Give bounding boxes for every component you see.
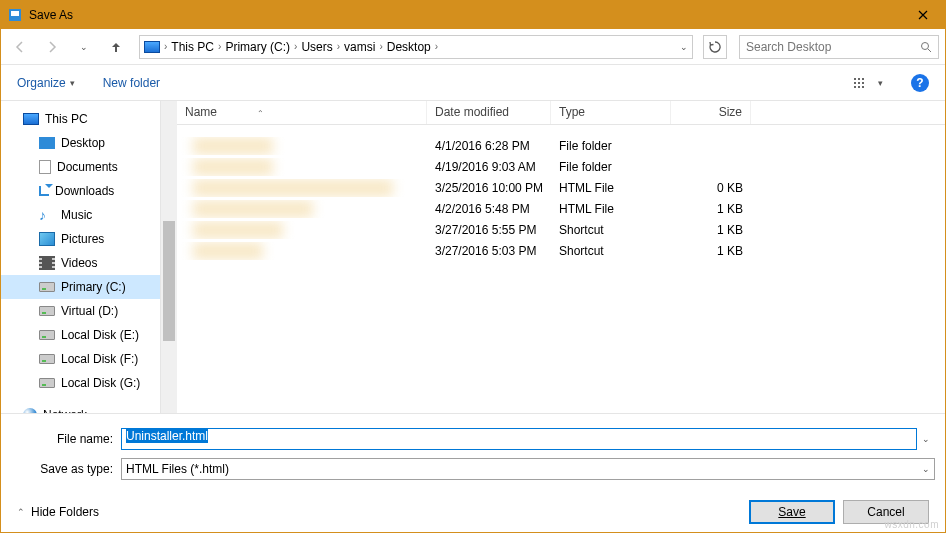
col-date[interactable]: Date modified <box>427 101 551 124</box>
svg-rect-1 <box>11 11 19 16</box>
file-list: Name⌃ Date modified Type Size 4/1/2016 6… <box>177 101 945 413</box>
tree-desktop[interactable]: Desktop <box>1 131 160 155</box>
tree-local-disk-f[interactable]: Local Disk (F:) <box>1 347 160 371</box>
file-row[interactable]: 4/2/2016 5:48 PMHTML File1 KB <box>177 198 945 219</box>
col-size[interactable]: Size <box>671 101 751 124</box>
saveastype-select[interactable]: HTML Files (*.html)⌄ <box>121 458 935 480</box>
filename-label: File name: <box>11 432 121 446</box>
watermark: wsxdn.com <box>884 519 939 530</box>
search-input[interactable]: Search Desktop <box>739 35 939 59</box>
col-name[interactable]: Name⌃ <box>177 101 427 124</box>
tree-local-disk-e[interactable]: Local Disk (E:) <box>1 323 160 347</box>
tree-videos[interactable]: Videos <box>1 251 160 275</box>
file-row[interactable]: 4/19/2016 9:03 AMFile folder <box>177 156 945 177</box>
breadcrumb[interactable]: This PC <box>169 36 216 58</box>
recent-dropdown[interactable]: ⌄ <box>71 34 97 60</box>
tree-pictures[interactable]: Pictures <box>1 227 160 251</box>
file-row[interactable]: 3/25/2016 10:00 PMHTML File0 KB <box>177 177 945 198</box>
file-row[interactable]: 4/1/2016 6:28 PMFile folder <box>177 135 945 156</box>
breadcrumb[interactable]: Desktop <box>385 36 433 58</box>
new-folder-button[interactable]: New folder <box>103 76 160 90</box>
search-icon <box>920 41 932 53</box>
search-placeholder: Search Desktop <box>746 40 920 54</box>
toolbar: Organize ▾ New folder ▾ ? <box>1 65 945 101</box>
view-options-button[interactable]: ▾ <box>844 73 883 93</box>
organize-button[interactable]: Organize ▾ <box>17 76 75 90</box>
close-button[interactable] <box>901 1 945 29</box>
pc-icon <box>144 41 160 53</box>
address-bar[interactable]: › This PC› Primary (C:)› Users› vamsi› D… <box>139 35 693 59</box>
refresh-button[interactable] <box>703 35 727 59</box>
breadcrumb[interactable]: Primary (C:) <box>223 36 292 58</box>
column-headers: Name⌃ Date modified Type Size <box>177 101 945 125</box>
address-dropdown[interactable]: ⌄ <box>680 42 688 52</box>
forward-button[interactable] <box>39 34 65 60</box>
help-icon[interactable]: ? <box>911 74 929 92</box>
file-row[interactable]: 3/27/2016 5:03 PMShortcut1 KB <box>177 240 945 261</box>
chevron-right-icon: › <box>162 41 169 52</box>
breadcrumb[interactable]: Users <box>299 36 334 58</box>
breadcrumb[interactable]: vamsi <box>342 36 377 58</box>
tree-this-pc[interactable]: This PC <box>1 107 160 131</box>
tree-virtual-d[interactable]: Virtual (D:) <box>1 299 160 323</box>
saveastype-label: Save as type: <box>11 462 121 476</box>
svg-point-2 <box>922 42 929 49</box>
back-button[interactable] <box>7 34 33 60</box>
navigation-tree: This PC Desktop Documents Downloads ♪Mus… <box>1 101 161 413</box>
tree-local-disk-g[interactable]: Local Disk (G:) <box>1 371 160 395</box>
filename-dropdown[interactable]: ⌄ <box>917 434 935 444</box>
tree-scrollbar[interactable] <box>161 101 177 413</box>
tree-network[interactable]: Network <box>1 403 160 413</box>
tree-primary-c[interactable]: Primary (C:) <box>1 275 160 299</box>
up-button[interactable] <box>103 34 129 60</box>
nav-bar: ⌄ › This PC› Primary (C:)› Users› vamsi›… <box>1 29 945 65</box>
chevron-up-icon: ⌃ <box>17 507 25 517</box>
hide-folders-button[interactable]: ⌃ Hide Folders <box>17 505 99 519</box>
tree-music[interactable]: ♪Music <box>1 203 160 227</box>
save-button[interactable]: Save <box>749 500 835 524</box>
filename-input[interactable]: Uninstaller.html <box>121 428 917 450</box>
tree-documents[interactable]: Documents <box>1 155 160 179</box>
col-type[interactable]: Type <box>551 101 671 124</box>
file-row[interactable]: 3/27/2016 5:55 PMShortcut1 KB <box>177 219 945 240</box>
title-bar: Save As <box>1 1 945 29</box>
bottom-panel: File name: Uninstaller.html ⌄ Save as ty… <box>1 413 945 533</box>
app-icon <box>7 7 23 23</box>
tree-downloads[interactable]: Downloads <box>1 179 160 203</box>
window-title: Save As <box>29 8 901 22</box>
